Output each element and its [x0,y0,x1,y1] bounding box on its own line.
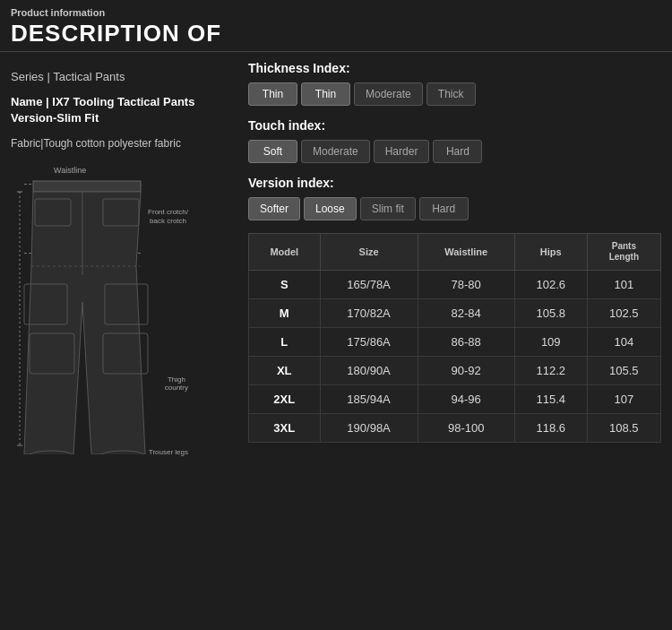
table-cell-waistline: 94-96 [418,385,514,414]
table-cell-pants_length: 105.5 [587,357,660,385]
svg-rect-0 [33,181,141,192]
thickness-btn-thick[interactable]: Thick [426,82,476,106]
col-size: Size [320,234,418,271]
product-info-label: Product information [11,7,661,18]
touch-btn-harder[interactable]: Harder [374,140,430,163]
table-cell-pants_length: 101 [587,271,660,299]
col-waistline: Waistline [418,234,514,271]
table-cell-model: XL [249,357,321,385]
version-btn-hard[interactable]: Hard [419,197,469,220]
table-row: L175/86A86-88109104 [249,328,661,357]
table-cell-size: 185/94A [320,385,418,414]
right-panel: Thickness Index: Thin Thin Moderate Thic… [239,61,661,490]
table-cell-waistline: 86-88 [418,328,514,357]
page-wrapper: Product information DESCRIPTION OF Serie… [0,0,672,630]
version-btn-slim-fit[interactable]: Slim fit [360,197,416,220]
col-model: Model [249,234,321,271]
table-cell-size: 165/78A [320,271,418,299]
table-cell-size: 180/90A [320,357,418,385]
table-row: 2XL185/94A94-96115.4107 [249,385,661,414]
table-cell-size: 170/82A [320,299,418,328]
series-label: Series | Tactical Pants [11,70,230,83]
table-cell-waistline: 90-92 [418,357,514,385]
col-hips: Hips [514,234,587,271]
main-content: Series | Tactical Pants Name | IX7 Tooli… [0,52,672,499]
thickness-index-section: Thickness Index: Thin Thin Moderate Thic… [248,61,661,106]
col-pants-length: PantsLength [587,234,660,271]
table-cell-pants_length: 102.5 [587,299,660,328]
table-cell-hips: 109 [514,328,587,357]
table-cell-pants_length: 104 [587,328,660,357]
table-row: 3XL190/98A98-100118.6108.5 [249,414,661,443]
version-index-section: Version index: Softer Loose Slim fit Har… [248,176,661,220]
touch-index-title: Touch index: [248,118,661,133]
version-btn-loose[interactable]: Loose [304,197,357,220]
thickness-btn-thin1[interactable]: Thin [248,82,297,106]
table-cell-waistline: 82-84 [418,299,514,328]
table-row: S165/78A78-80102.6101 [249,271,661,299]
table-cell-hips: 105.8 [514,299,587,328]
table-cell-waistline: 78-80 [418,271,514,299]
table-row: M170/82A82-84105.8102.5 [249,299,661,328]
fabric-label: Fabric|Tough cotton polyester fabric [11,137,230,150]
table-row: XL180/90A90-92112.2105.5 [249,357,661,385]
version-index-title: Version index: [248,176,661,190]
thickness-btn-thin2[interactable]: Thin [301,82,350,106]
product-name: Name | IX7 Tooling Tactical Pants Versio… [11,94,230,126]
table-cell-model: 3XL [249,414,321,443]
thickness-index-title: Thickness Index: [248,61,661,75]
table-cell-pants_length: 108.5 [587,414,660,443]
thigh-label: Thighcountry [165,375,188,392]
pants-svg [15,168,163,454]
thickness-index-buttons: Thin Thin Moderate Thick [248,82,661,106]
thickness-btn-moderate[interactable]: Moderate [354,82,423,106]
table-section: Model Size Waistline Hips PantsLength S1… [248,233,661,443]
table-cell-model: 2XL [249,385,321,414]
touch-btn-moderate[interactable]: Moderate [301,140,370,163]
version-btn-softer[interactable]: Softer [248,197,300,220]
header: Product information DESCRIPTION OF [0,0,672,52]
table-cell-hips: 102.6 [514,271,587,299]
table-cell-model: L [249,328,321,357]
touch-index-section: Touch index: Soft Moderate Harder Hard [248,118,661,163]
table-cell-size: 190/98A [320,414,418,443]
left-panel: Series | Tactical Pants Name | IX7 Tooli… [11,61,230,490]
table-cell-hips: 118.6 [514,414,587,443]
table-cell-hips: 115.4 [514,385,587,414]
table-cell-size: 175/86A [320,328,418,357]
touch-index-buttons: Soft Moderate Harder Hard [248,140,661,163]
description-title: DESCRIPTION OF [11,20,661,47]
touch-btn-hard[interactable]: Hard [433,140,482,163]
table-cell-model: M [249,299,321,328]
table-cell-waistline: 98-100 [418,414,514,443]
table-cell-pants_length: 107 [587,385,660,414]
size-table: Model Size Waistline Hips PantsLength S1… [248,233,661,443]
touch-btn-soft[interactable]: Soft [248,140,297,163]
diagram-area: Pants length Waistline Hips Front crotch… [11,159,208,490]
table-cell-model: S [249,271,321,299]
version-index-buttons: Softer Loose Slim fit Hard [248,197,661,220]
table-cell-hips: 112.2 [514,357,587,385]
